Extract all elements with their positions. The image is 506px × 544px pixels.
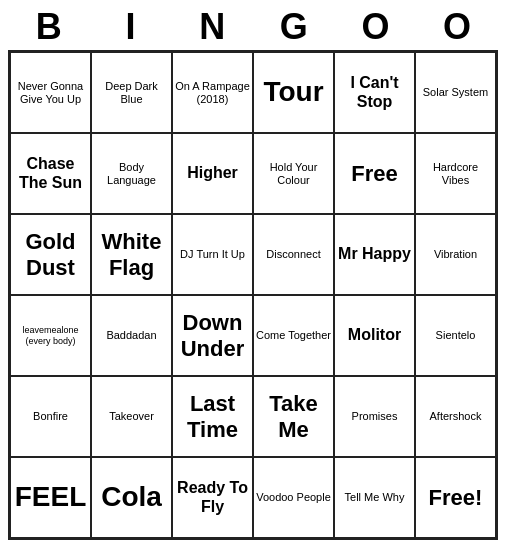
letter-g: G (259, 6, 329, 48)
cell-14[interactable]: DJ Turn It Up (172, 214, 253, 295)
cell-16[interactable]: Mr Happy (334, 214, 415, 295)
cell-10[interactable]: Free (334, 133, 415, 214)
letter-i: I (95, 6, 165, 48)
cell-13[interactable]: White Flag (91, 214, 172, 295)
cell-24[interactable]: Bonfire (10, 376, 91, 457)
cell-6[interactable]: Chase The Sun (10, 133, 91, 214)
cell-11[interactable]: Hardcore Vibes (415, 133, 496, 214)
cell-18[interactable]: leavemealone (every body) (10, 295, 91, 376)
bingo-grid: Never Gonna Give You UpDeep Dark BlueOn … (8, 50, 498, 540)
letter-b: B (14, 6, 84, 48)
cell-21[interactable]: Come Together (253, 295, 334, 376)
bingo-header: B I N G O O (8, 0, 498, 50)
cell-1[interactable]: Deep Dark Blue (91, 52, 172, 133)
cell-8[interactable]: Higher (172, 133, 253, 214)
cell-3[interactable]: Tour (253, 52, 334, 133)
cell-7[interactable]: Body Language (91, 133, 172, 214)
cell-23[interactable]: Sientelo (415, 295, 496, 376)
cell-31[interactable]: Cola (91, 457, 172, 538)
cell-35[interactable]: Free! (415, 457, 496, 538)
cell-27[interactable]: Take Me (253, 376, 334, 457)
cell-19[interactable]: Baddadan (91, 295, 172, 376)
cell-32[interactable]: Ready To Fly (172, 457, 253, 538)
cell-25[interactable]: Takeover (91, 376, 172, 457)
letter-o2: O (422, 6, 492, 48)
cell-30[interactable]: FEEL (10, 457, 91, 538)
letter-n: N (177, 6, 247, 48)
cell-22[interactable]: Molitor (334, 295, 415, 376)
cell-4[interactable]: I Can't Stop (334, 52, 415, 133)
cell-29[interactable]: Aftershock (415, 376, 496, 457)
cell-26[interactable]: Last Time (172, 376, 253, 457)
cell-20[interactable]: Down Under (172, 295, 253, 376)
cell-34[interactable]: Tell Me Why (334, 457, 415, 538)
cell-9[interactable]: Hold Your Colour (253, 133, 334, 214)
cell-12[interactable]: Gold Dust (10, 214, 91, 295)
letter-o1: O (340, 6, 410, 48)
cell-0[interactable]: Never Gonna Give You Up (10, 52, 91, 133)
cell-15[interactable]: Disconnect (253, 214, 334, 295)
cell-33[interactable]: Voodoo People (253, 457, 334, 538)
cell-17[interactable]: Vibration (415, 214, 496, 295)
cell-28[interactable]: Promises (334, 376, 415, 457)
cell-5[interactable]: Solar System (415, 52, 496, 133)
cell-2[interactable]: On A Rampage (2018) (172, 52, 253, 133)
